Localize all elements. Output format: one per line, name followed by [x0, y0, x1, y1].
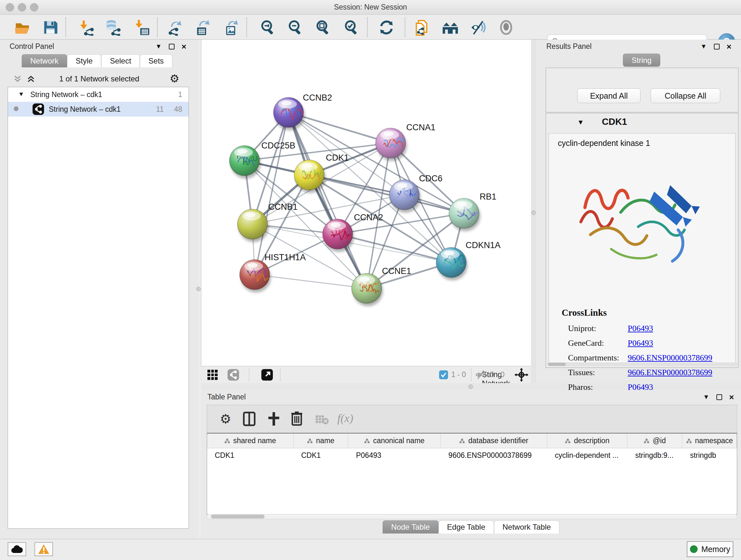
cdk1-entry-header[interactable]: ▼ CDK1 — [546, 113, 738, 132]
network-collection-row[interactable]: ▼ String Network – cdk1 1 — [8, 87, 189, 102]
network-canvas[interactable]: CCNB2CCNA1CDC25BCDK1CDC6RB1CCNB1CCNA2CDK… — [201, 40, 531, 366]
hide-selected-button[interactable] — [470, 19, 487, 36]
panel-menu-icon[interactable]: ▼ — [155, 43, 162, 50]
panel-menu-icon[interactable]: ▼ — [703, 393, 710, 401]
close-panel-icon[interactable]: × — [729, 394, 734, 400]
delete-column-trash-icon[interactable] — [291, 411, 303, 426]
string-results-box: ▼ CDK1 cyclin-dependent kinase 1 — [546, 113, 738, 368]
table-cell[interactable]: CDK1 — [293, 448, 348, 463]
float-panel-icon[interactable] — [169, 44, 175, 50]
expand-all-icon[interactable] — [26, 74, 36, 84]
crosslink-link[interactable]: 9606.ENSP00000378699 — [628, 368, 712, 377]
save-session-button[interactable] — [42, 19, 59, 36]
entry-expander-icon[interactable]: ▼ — [577, 118, 584, 126]
table-cell[interactable]: stringdb — [682, 448, 737, 463]
pan-crosshair-icon[interactable] — [515, 368, 529, 382]
import-network-database-button[interactable] — [105, 19, 121, 36]
column-header-@id[interactable]: @id — [627, 434, 682, 448]
float-panel-icon[interactable] — [714, 44, 720, 50]
network-edge[interactable] — [255, 112, 288, 274]
show-all-button[interactable] — [442, 19, 459, 36]
crosslink-link[interactable]: P06493 — [628, 338, 653, 348]
results-splitter-handle[interactable] — [531, 210, 536, 215]
tab-edge-table[interactable]: Edge Table — [439, 520, 494, 534]
table-cell[interactable]: cyclin-dependent ... — [547, 448, 628, 463]
network-options-gear-icon[interactable]: ⚙ — [170, 73, 179, 84]
import-network-file-button[interactable] — [78, 19, 95, 36]
column-header-database-identifier[interactable]: database identifier — [441, 434, 547, 448]
expand-all-button[interactable]: Expand All — [577, 88, 641, 103]
open-in-new-window-icon[interactable] — [261, 369, 273, 381]
network-node-cdc25b[interactable]: CDC25B — [229, 141, 295, 179]
network-node-hist1h1a[interactable]: HIST1H1A — [240, 253, 306, 293]
cloud-status-button[interactable] — [8, 542, 26, 556]
network-node-ccnb2[interactable]: CCNB2 — [273, 93, 332, 130]
network-node-ccne1[interactable]: CCNE1 — [352, 266, 411, 306]
network-node-cdc6[interactable]: CDC6 — [389, 174, 443, 212]
column-header-canonical-name[interactable]: canonical name — [348, 434, 441, 448]
birdseye-grid-icon[interactable] — [207, 370, 218, 380]
crosslink-link[interactable]: 9606.ENSP00000378699 — [628, 353, 712, 363]
float-panel-icon[interactable] — [717, 394, 722, 400]
memory-button[interactable]: Memory — [687, 541, 733, 557]
column-header-name[interactable]: name — [293, 434, 348, 448]
network-row[interactable]: String Network – cdk1 11 48 — [8, 102, 189, 117]
tab-network-table[interactable]: Network Table — [494, 520, 560, 534]
hidden-eye-slash-icon[interactable] — [475, 370, 488, 380]
table-options-gear-icon[interactable]: ⚙ — [220, 412, 231, 426]
tab-sets[interactable]: Sets — [140, 54, 172, 67]
column-type-icon — [224, 438, 230, 443]
column-header-namespace[interactable]: namespace — [682, 434, 737, 448]
warnings-button[interactable] — [35, 542, 53, 556]
zoom-in-button[interactable] — [260, 19, 276, 36]
export-image-button[interactable] — [223, 19, 239, 36]
table-cell[interactable]: P06493 — [348, 448, 441, 463]
open-file-button[interactable] — [14, 19, 30, 36]
table-cell[interactable]: 9606.ENSP00000378699 — [441, 448, 547, 463]
tab-node-table[interactable]: Node Table — [383, 520, 439, 534]
close-panel-icon[interactable]: × — [182, 44, 186, 50]
network-node-ccnb1[interactable]: CCNB1 — [238, 202, 298, 242]
import-table-file-button[interactable] — [134, 19, 151, 36]
collapse-all-icon[interactable] — [13, 74, 22, 84]
crosslinks-title: CrossLinks — [562, 307, 607, 318]
zoom-fit-button[interactable] — [315, 19, 332, 36]
column-header-description[interactable]: description — [547, 434, 628, 448]
results-hscrollbar[interactable] — [547, 362, 738, 366]
network-node-ccna1[interactable]: CCNA1 — [376, 123, 435, 161]
crosslink-row: GeneCard:P06493 — [549, 336, 735, 351]
table-splitter-handle[interactable] — [468, 384, 473, 389]
close-panel-icon[interactable]: × — [727, 44, 731, 50]
zoom-selected-button[interactable] — [343, 19, 360, 36]
collection-expander-icon[interactable]: ▼ — [18, 91, 24, 98]
clone-network-button[interactable] — [414, 19, 430, 36]
network-node-rb1[interactable]: RB1 — [449, 192, 496, 231]
network-node-cdkn1a[interactable]: CDKN1A — [436, 240, 501, 280]
export-network-button[interactable] — [167, 19, 184, 36]
network-edge[interactable] — [255, 274, 367, 288]
export-table-button[interactable] — [194, 19, 211, 36]
preview-eye-button[interactable] — [498, 19, 515, 36]
collapse-all-button[interactable]: Collapse All — [651, 88, 720, 103]
refresh-button[interactable] — [378, 19, 395, 36]
string-style-icon[interactable] — [227, 369, 239, 381]
tab-select[interactable]: Select — [101, 54, 140, 67]
table-row[interactable]: CDK1CDK1P064939606.ENSP00000378699cyclin… — [207, 448, 737, 463]
zoom-out-button[interactable] — [287, 19, 304, 36]
tab-network[interactable]: Network — [22, 54, 67, 67]
control-panel-splitter-handle[interactable] — [196, 287, 201, 291]
delete-table-icon[interactable] — [315, 414, 329, 425]
panel-menu-icon[interactable]: ▼ — [700, 43, 707, 50]
selected-nodes-checkbox[interactable] — [439, 370, 448, 379]
table-cell[interactable]: CDK1 — [207, 448, 293, 463]
show-columns-icon[interactable] — [243, 412, 256, 426]
table-cell[interactable]: stringdb:9... — [627, 448, 682, 463]
column-header-shared-name[interactable]: shared name — [207, 434, 293, 448]
add-column-icon[interactable] — [267, 412, 280, 426]
crosslink-link[interactable]: P06493 — [628, 324, 653, 333]
table-hscrollbar[interactable] — [207, 514, 737, 519]
apply-function-icon[interactable]: f(x) — [337, 412, 353, 425]
network-graph[interactable]: CCNB2CCNA1CDC25BCDK1CDC6RB1CCNB1CCNA2CDK… — [201, 40, 531, 366]
tab-string[interactable]: String — [623, 54, 660, 67]
tab-style[interactable]: Style — [67, 54, 101, 67]
